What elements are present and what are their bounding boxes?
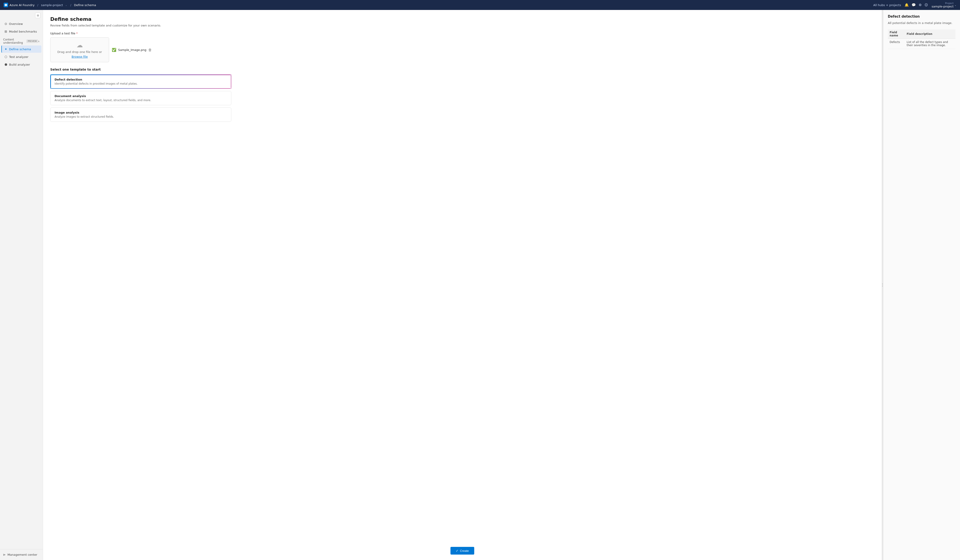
topbar: Azure AI Foundry / sample-project ⌄ / De…: [0, 0, 960, 10]
col-header-field-description: Field description: [905, 29, 955, 39]
panel-table: Field name Field description DefectsList…: [888, 29, 955, 49]
breadcrumb-chevron: ⌄: [65, 4, 67, 6]
panel-field-name: Defects: [888, 38, 905, 49]
panel-field-description: List of all the defect types and their s…: [905, 38, 955, 49]
sep1: /: [37, 3, 38, 7]
sidebar: ⊟ ⊙ Overview ⊞ Model benchmarks Content …: [0, 10, 43, 560]
template-desc-defect-detection: Identify potential defects in provided i…: [54, 82, 227, 85]
resize-dot-2: [882, 285, 883, 285]
required-marker: *: [76, 32, 78, 35]
preview-badge: PREVIEW: [27, 40, 38, 43]
section-chevron-icon[interactable]: ∧: [38, 40, 40, 43]
sidebar-item-build-analyzer-label: Build analyzer: [9, 63, 30, 66]
create-button-label: Create: [460, 549, 469, 552]
uploaded-file: ✅ Sample_Image.png 🗑: [112, 48, 152, 52]
management-center-label: Management center: [8, 553, 37, 556]
resize-dot-3: [882, 286, 883, 287]
logo-icon: [4, 3, 8, 7]
upload-area-row: ☁ Drag and drop one file here or Browse …: [50, 37, 874, 62]
template-list: Defect detection Identify potential defe…: [50, 74, 231, 122]
sidebar-item-model-benchmarks-label: Model benchmarks: [9, 30, 37, 33]
template-card-defect-detection[interactable]: Defect detection Identify potential defe…: [50, 74, 231, 89]
sidebar-item-overview-label: Overview: [9, 22, 23, 26]
collapse-sidebar-button[interactable]: ⊟: [35, 13, 40, 18]
main-content: Define schema Review fields from selecte…: [43, 10, 882, 560]
project-selector[interactable]: Project sample-project ⌄: [932, 2, 956, 8]
template-card-image-analysis[interactable]: Image analysis Analyze images to extract…: [50, 107, 231, 122]
panel-title: Defect detection: [888, 14, 955, 19]
sidebar-collapse-area: ⊟: [0, 12, 43, 20]
breadcrumb-page: Define schema: [74, 3, 96, 7]
sidebar-item-model-benchmarks[interactable]: ⊞ Model benchmarks: [2, 28, 42, 35]
breadcrumb-project[interactable]: sample-project: [41, 3, 63, 7]
svg-marker-0: [5, 4, 7, 6]
upload-cloud-icon: ☁: [77, 42, 83, 49]
project-chevron-icon: ⌄: [955, 4, 956, 6]
upload-label: Upload a test file *: [50, 32, 874, 35]
upload-hint-line1: Drag and drop one file here or: [58, 50, 102, 54]
delete-file-button[interactable]: 🗑: [148, 48, 152, 52]
sidebar-item-test-analyzer-label: Test analyzer: [9, 55, 28, 59]
sidebar-item-define-schema-label: Define schema: [9, 48, 31, 51]
file-check-icon: ✅: [112, 48, 116, 52]
hubs-link[interactable]: All hubs + projects: [873, 3, 901, 7]
settings-icon[interactable]: ⚙: [918, 3, 922, 7]
project-name: sample-project: [932, 5, 954, 8]
management-center-item[interactable]: ⊳ Management center: [0, 551, 43, 558]
page-subtitle: Review fields from selected template and…: [50, 24, 874, 27]
template-name-image-analysis: Image analysis: [54, 111, 227, 114]
upload-dropzone[interactable]: ☁ Drag and drop one file here or Browse …: [50, 37, 109, 62]
management-center-icon: ⊳: [3, 553, 6, 556]
define-schema-icon: ✦: [5, 47, 7, 51]
chat-icon[interactable]: 💬: [912, 3, 916, 7]
sidebar-bottom: ⊳ Management center: [0, 549, 43, 560]
resize-dots: [882, 283, 883, 287]
select-template-title: Select one template to start: [50, 68, 874, 71]
panel-description: All potential defects in a metal plate i…: [888, 21, 955, 26]
create-check-icon: ✓: [456, 549, 459, 552]
browse-file-link[interactable]: Browse file: [72, 55, 88, 58]
template-card-document-analysis[interactable]: Document analysis Analyze documents to e…: [50, 91, 231, 105]
sidebar-item-overview[interactable]: ⊙ Overview: [2, 20, 42, 27]
create-btn-row: ✓ Create: [450, 547, 474, 555]
page-title: Define schema: [50, 16, 874, 22]
sidebar-section-content-understanding: Content understanding PREVIEW ∧: [0, 36, 43, 45]
build-analyzer-icon: ⬢: [5, 63, 7, 66]
bell-icon[interactable]: 🔔: [904, 3, 909, 7]
model-benchmarks-icon: ⊞: [5, 30, 7, 33]
sidebar-item-define-schema[interactable]: ✦ Define schema: [2, 45, 42, 53]
topbar-right: All hubs + projects 🔔 💬 ⚙ 😊 Project samp…: [873, 2, 956, 8]
template-name-document-analysis: Document analysis: [54, 94, 227, 98]
brand-name: Azure AI Foundry: [10, 3, 35, 7]
project-label: Project: [945, 2, 954, 5]
sidebar-item-build-analyzer[interactable]: ⬢ Build analyzer: [2, 61, 42, 68]
template-desc-image-analysis: Analyze images to extract structured fie…: [54, 115, 227, 118]
uploaded-file-name: Sample_Image.png: [118, 48, 146, 51]
col-header-field-name: Field name: [888, 29, 905, 39]
account-icon[interactable]: 😊: [925, 3, 928, 7]
panel-table-row: DefectsList of all the defect types and …: [888, 38, 955, 49]
app-layout: ⊟ ⊙ Overview ⊞ Model benchmarks Content …: [0, 10, 960, 560]
template-name-defect-detection: Defect detection: [54, 78, 227, 81]
brand[interactable]: Azure AI Foundry: [4, 3, 35, 7]
sidebar-section-label: Content understanding: [3, 38, 25, 44]
resize-dot-1: [882, 283, 883, 284]
sidebar-item-test-analyzer[interactable]: ⬡ Test analyzer: [2, 53, 42, 61]
right-panel: Defect detection All potential defects i…: [883, 10, 960, 560]
test-analyzer-icon: ⬡: [5, 55, 7, 59]
overview-icon: ⊙: [5, 22, 7, 26]
template-desc-document-analysis: Analyze documents to extract text, layou…: [54, 99, 227, 102]
sep2: /: [70, 3, 71, 7]
create-button[interactable]: ✓ Create: [450, 547, 474, 555]
topbar-icons: 🔔 💬 ⚙ 😊: [904, 3, 928, 7]
